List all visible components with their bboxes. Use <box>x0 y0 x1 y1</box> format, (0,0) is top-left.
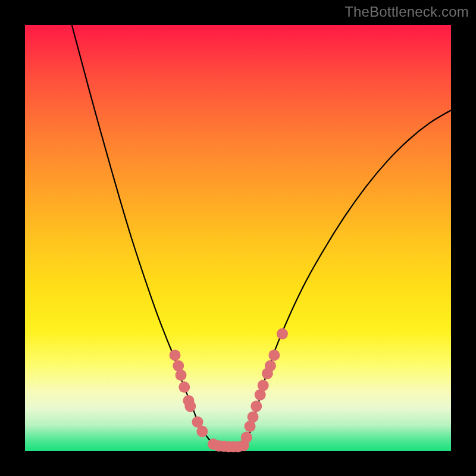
data-dot <box>248 411 259 422</box>
bottleneck-curve-svg <box>25 25 451 451</box>
data-dot <box>241 432 252 443</box>
data-dot <box>176 369 187 381</box>
data-dots <box>170 328 288 453</box>
data-dot <box>178 381 190 393</box>
data-dot <box>250 400 262 412</box>
data-dot <box>196 426 208 437</box>
data-dot <box>170 349 181 361</box>
data-dot <box>277 328 288 340</box>
data-dot <box>265 360 276 371</box>
data-dot <box>184 400 196 412</box>
data-dot <box>258 380 269 391</box>
chart-frame: TheBottleneck.com <box>0 0 476 476</box>
data-dot <box>268 349 280 361</box>
plot-area <box>25 25 451 451</box>
watermark-text: TheBottleneck.com <box>345 4 469 20</box>
